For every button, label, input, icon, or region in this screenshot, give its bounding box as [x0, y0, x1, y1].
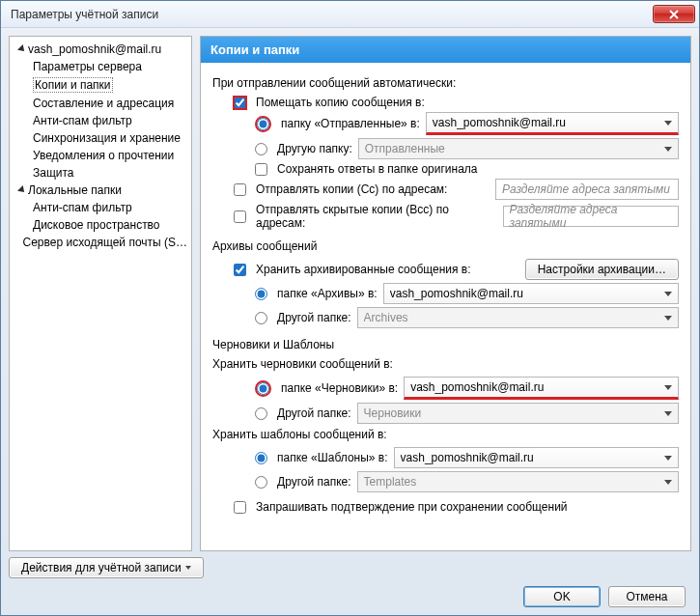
- save-replies-row: Сохранять ответы в папке оригинала: [212, 162, 679, 176]
- twisty-icon[interactable]: [17, 186, 26, 195]
- sent-other-radio[interactable]: [255, 143, 267, 155]
- confirm-label[interactable]: Запрашивать подтверждение при сохранении…: [256, 500, 568, 514]
- tree-item-receipts[interactable]: Уведомления о прочтении: [12, 147, 189, 164]
- send-heading: При отправлении сообщений автоматически:: [212, 76, 679, 90]
- tree-item-local-antispam[interactable]: Анти-спам фильтр: [12, 199, 189, 216]
- titlebar[interactable]: Параметры учётной записи: [1, 1, 699, 28]
- account-tree[interactable]: vash_pomoshnik@mail.ru Параметры сервера…: [9, 36, 192, 551]
- archive-account-select[interactable]: vash_pomoshnik@mail.ru: [383, 283, 679, 304]
- archive-other-label[interactable]: Другой папке:: [277, 311, 351, 324]
- templates-other-label[interactable]: Другой папке:: [277, 475, 351, 489]
- drafts-folder-label[interactable]: папке «Черновики» в:: [281, 381, 398, 395]
- tree-item-composition[interactable]: Составление и адресация: [12, 95, 189, 112]
- tree-account-root[interactable]: vash_pomoshnik@mail.ru: [12, 41, 189, 58]
- account-actions-button[interactable]: Действия для учётной записи: [9, 557, 204, 578]
- drafts-label: Хранить черновики сообщений в:: [212, 357, 679, 371]
- chevron-down-icon: [660, 472, 676, 491]
- drafts-other-label[interactable]: Другой папке:: [277, 406, 351, 420]
- bcc-checkbox[interactable]: [234, 210, 246, 223]
- cancel-button[interactable]: Отмена: [608, 586, 686, 607]
- tree-item-smtp[interactable]: Сервер исходящей почты (S…: [12, 234, 189, 251]
- archive-folder-row: папке «Архивы» в: vash_pomoshnik@mail.ru: [212, 283, 679, 304]
- chevron-down-icon: [660, 378, 676, 397]
- save-replies-checkbox[interactable]: [255, 163, 267, 176]
- sent-other-label[interactable]: Другую папку:: [277, 142, 352, 155]
- save-replies-label[interactable]: Сохранять ответы в папке оригинала: [277, 162, 478, 176]
- bcc-input[interactable]: Разделяйте адреса запятыми: [503, 206, 679, 227]
- client-area: vash_pomoshnik@mail.ru Параметры сервера…: [1, 28, 699, 615]
- keep-copy-checkbox[interactable]: [234, 97, 246, 109]
- sent-folder-label[interactable]: папку «Отправленные» в:: [281, 117, 420, 130]
- sent-other-row: Другую папку: Отправленные: [212, 138, 679, 159]
- drafts-other-select[interactable]: Черновики: [357, 403, 679, 424]
- tree-item-sync[interactable]: Синхронизация и хранение: [12, 129, 189, 147]
- sent-account-select[interactable]: vash_pomoshnik@mail.ru: [426, 112, 679, 135]
- drafts-other-radio[interactable]: [255, 407, 267, 420]
- archive-other-row: Другой папке: Archives: [212, 307, 679, 328]
- keep-copy-label[interactable]: Помещать копию сообщения в:: [256, 96, 425, 109]
- twisty-icon[interactable]: [17, 45, 26, 54]
- drafts-heading: Черновики и Шаблоны: [212, 338, 679, 351]
- templates-account-select[interactable]: vash_pomoshnik@mail.ru: [394, 447, 679, 468]
- cc-label[interactable]: Отправлять копии (Cc) по адресам:: [256, 182, 447, 196]
- templates-label: Хранить шаблоны сообщений в:: [212, 428, 679, 441]
- tree-item-local-disk[interactable]: Дисковое пространство: [12, 216, 189, 234]
- chevron-down-icon: [660, 139, 676, 158]
- templates-folder-row: папке «Шаблоны» в: vash_pomoshnik@mail.r…: [212, 447, 679, 468]
- hot-marker: [255, 380, 271, 397]
- settings-panel: Копии и папки При отправлении сообщений …: [200, 36, 691, 551]
- dialog-footer: OK Отмена: [9, 586, 691, 607]
- keep-copy-row: Помещать копию сообщения в:: [212, 96, 679, 109]
- templates-other-select[interactable]: Templates: [357, 471, 679, 492]
- drafts-account-select[interactable]: vash_pomoshnik@mail.ru: [404, 377, 679, 400]
- archive-other-radio[interactable]: [255, 312, 267, 324]
- archive-folder-radio[interactable]: [255, 288, 267, 300]
- archive-other-select[interactable]: Archives: [357, 307, 679, 328]
- templates-other-row: Другой папке: Templates: [212, 471, 679, 492]
- window: Параметры учётной записи vash_pomoshnik@…: [0, 0, 700, 616]
- hot-marker: [255, 116, 271, 132]
- archive-keep-row: Хранить архивированные сообщения в: Наст…: [212, 259, 679, 280]
- sent-folder-radio[interactable]: [257, 118, 269, 130]
- chevron-down-icon: [660, 284, 676, 303]
- templates-other-radio[interactable]: [255, 476, 267, 489]
- bcc-row: Отправлять скрытые копии (Bcc) по адреса…: [212, 203, 679, 230]
- archive-heading: Архивы сообщений: [212, 239, 679, 253]
- cc-checkbox[interactable]: [234, 183, 246, 196]
- close-button[interactable]: [653, 5, 695, 23]
- bottom-actions: Действия для учётной записи: [9, 557, 691, 578]
- panel-body: При отправлении сообщений автоматически:…: [201, 63, 690, 550]
- tree-item-security[interactable]: Защита: [12, 164, 189, 182]
- cc-row: Отправлять копии (Cc) по адресам: Раздел…: [212, 179, 679, 200]
- confirm-row: Запрашивать подтверждение при сохранении…: [212, 500, 679, 514]
- archive-keep-checkbox[interactable]: [234, 264, 246, 276]
- close-icon: [669, 10, 679, 19]
- archive-folder-label[interactable]: папке «Архивы» в:: [277, 287, 378, 300]
- sent-other-select[interactable]: Отправленные: [358, 138, 679, 159]
- bcc-label[interactable]: Отправлять скрытые копии (Bcc) по адреса…: [256, 203, 491, 230]
- chevron-down-icon: [660, 308, 676, 327]
- tree-item-antispam[interactable]: Анти-спам фильтр: [12, 112, 189, 129]
- tree-item-copies-folders[interactable]: Копии и папки: [12, 75, 189, 95]
- archive-settings-button[interactable]: Настройки архивации…: [525, 259, 679, 280]
- templates-folder-radio[interactable]: [255, 452, 267, 464]
- confirm-checkbox[interactable]: [234, 501, 246, 514]
- ok-button[interactable]: OK: [523, 586, 601, 607]
- drafts-folder-row: папке «Черновики» в: vash_pomoshnik@mail…: [212, 377, 679, 400]
- chevron-down-icon: [660, 113, 676, 132]
- tree-item-server[interactable]: Параметры сервера: [12, 58, 189, 75]
- tree-local-root[interactable]: Локальные папки: [12, 182, 189, 199]
- archive-keep-label[interactable]: Хранить архивированные сообщения в:: [256, 263, 471, 276]
- sent-folder-row: папку «Отправленные» в: vash_pomoshnik@m…: [212, 112, 679, 135]
- drafts-other-row: Другой папке: Черновики: [212, 403, 679, 424]
- cc-input[interactable]: Разделяйте адреса запятыми: [495, 179, 679, 200]
- chevron-down-icon: [185, 566, 191, 570]
- templates-folder-label[interactable]: папке «Шаблоны» в:: [277, 451, 388, 464]
- tree-label: vash_pomoshnik@mail.ru: [28, 42, 161, 56]
- window-title: Параметры учётной записи: [11, 8, 653, 21]
- panel-title: Копии и папки: [201, 37, 690, 63]
- tree-label: Локальные папки: [28, 183, 122, 197]
- work-area: vash_pomoshnik@mail.ru Параметры сервера…: [9, 36, 691, 551]
- chevron-down-icon: [660, 448, 676, 467]
- drafts-folder-radio[interactable]: [257, 382, 269, 395]
